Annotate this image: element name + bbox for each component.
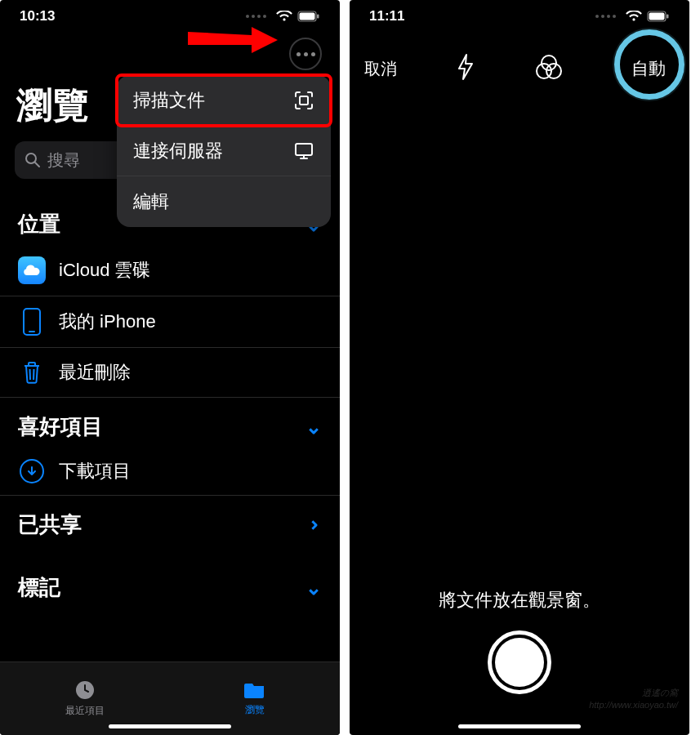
row-my-iphone[interactable]: 我的 iPhone (0, 296, 340, 347)
clock-icon (74, 679, 96, 701)
svg-rect-2 (317, 15, 319, 19)
more-button[interactable] (289, 38, 322, 70)
wifi-icon (626, 11, 642, 22)
context-menu: 掃描文件 連接伺服器 編輯 (117, 75, 331, 227)
svg-rect-7 (296, 144, 312, 155)
status-bar: 11:11 (350, 0, 689, 33)
search-placeholder: 搜尋 (47, 149, 80, 172)
status-icons (246, 11, 320, 22)
download-icon (20, 459, 44, 483)
svg-rect-14 (649, 13, 665, 20)
chevron-down-icon: ⌄ (305, 416, 322, 439)
chevron-right-icon: ⌄ (299, 517, 322, 533)
row-icloud-drive[interactable]: iCloud 雲碟 (0, 245, 340, 296)
chevron-down-icon: ⌄ (305, 577, 322, 599)
row-downloads[interactable]: 下載項目 (0, 448, 340, 495)
iphone-icon (23, 308, 41, 336)
svg-line-11 (33, 369, 34, 380)
svg-point-18 (546, 64, 561, 78)
filter-icon (535, 54, 563, 80)
watermark: 逍遙の窩 http://www.xiaoyao.tw/ (589, 687, 678, 710)
svg-line-10 (30, 369, 31, 380)
flash-button[interactable] (457, 54, 475, 83)
search-icon (25, 152, 41, 168)
status-icons (595, 11, 670, 22)
icloud-icon (18, 256, 46, 284)
shutter-button[interactable] (488, 630, 551, 694)
menu-edit[interactable]: 編輯 (117, 176, 331, 227)
row-recently-deleted[interactable]: 最近刪除 (0, 347, 340, 397)
section-shared[interactable]: 已共享 ⌄ (0, 496, 340, 546)
svg-rect-6 (300, 96, 308, 105)
svg-rect-15 (667, 15, 669, 19)
status-time: 11:11 (369, 8, 404, 24)
status-bar: 10:13 (0, 0, 340, 33)
flash-icon (457, 54, 475, 80)
filter-button[interactable] (535, 54, 563, 83)
home-indicator[interactable] (458, 724, 581, 728)
scan-hint: 將文件放在觀景窗。 (350, 588, 689, 612)
home-indicator[interactable] (109, 724, 231, 728)
svg-rect-1 (300, 13, 315, 20)
cancel-button[interactable]: 取消 (364, 58, 397, 80)
section-favorites[interactable]: 喜好項目 ⌄ (0, 398, 340, 448)
monitor-icon (293, 141, 314, 161)
battery-icon (647, 11, 670, 22)
trash-icon (18, 359, 46, 385)
status-time: 10:13 (20, 8, 55, 24)
wifi-icon (276, 11, 292, 22)
svg-line-5 (35, 163, 39, 167)
svg-point-16 (542, 56, 556, 70)
menu-scan-documents[interactable]: 掃描文件 (117, 75, 331, 126)
section-tags[interactable]: 標記 ⌄ (0, 546, 340, 608)
svg-point-4 (26, 154, 36, 163)
scan-icon (293, 90, 314, 111)
auto-mode-button[interactable]: 自動 (622, 51, 675, 87)
folder-icon (243, 680, 266, 700)
battery-icon (297, 11, 320, 22)
menu-connect-server[interactable]: 連接伺服器 (117, 126, 331, 176)
